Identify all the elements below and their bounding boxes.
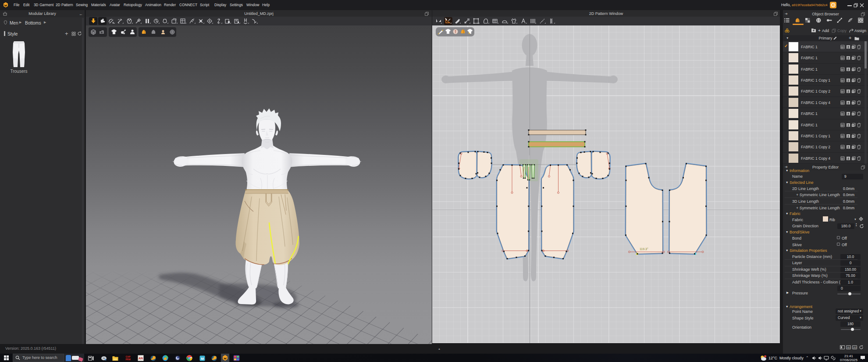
svg-text:119.3°: 119.3° — [640, 247, 648, 251]
svg-text:PRM: PRM — [125, 358, 130, 361]
svg-text:M: M — [201, 357, 204, 361]
svg-text:AN: AN — [139, 357, 143, 360]
